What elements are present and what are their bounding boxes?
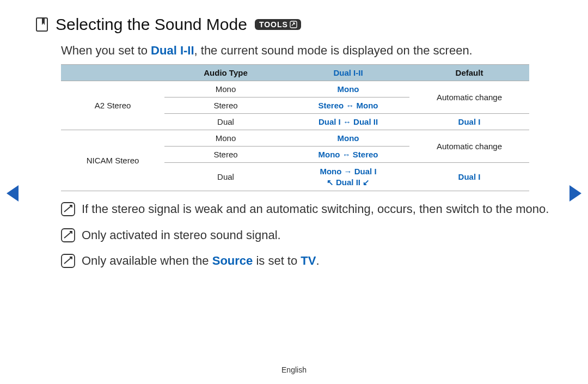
note-icon <box>61 254 75 268</box>
note-bold1: Source <box>212 254 253 267</box>
th-audio-type: Audio Type <box>164 65 287 81</box>
page-heading-row: Selecting the Sound Mode TOOLS <box>36 15 558 34</box>
type-cell: Mono <box>164 81 287 97</box>
note-item: If the stereo signal is weak and an auto… <box>61 201 558 217</box>
dual-line2: ↖ Dual II ↙ <box>327 178 370 187</box>
type-cell: Dual <box>164 163 287 191</box>
note-text: Only available when the Source is set to… <box>82 253 320 269</box>
dual-cell: Mono ↔ Stereo <box>287 147 409 163</box>
note-prefix: Only available when the <box>82 254 212 267</box>
default-cell: Automatic change <box>409 130 529 163</box>
group-cell: A2 Stereo <box>61 81 164 130</box>
note-item: Only available when the Source is set to… <box>61 253 558 269</box>
group-cell: NICAM Stereo <box>61 130 164 191</box>
table-row: A2 Stereo Mono Mono Automatic change <box>61 81 529 97</box>
type-cell: Dual <box>164 114 287 130</box>
note-text: Only activated in stereo sound signal. <box>82 227 281 243</box>
th-group <box>61 65 164 81</box>
note-item: Only activated in stereo sound signal. <box>61 227 558 243</box>
sound-mode-table: Audio Type Dual I-II Default A2 Stereo M… <box>61 64 529 191</box>
default-cell: Dual I <box>409 163 529 191</box>
table-row: NICAM Stereo Mono Mono Automatic change <box>61 130 529 147</box>
svg-rect-0 <box>290 21 297 28</box>
type-cell: Stereo <box>164 147 287 163</box>
intro-prefix: When you set to <box>61 44 151 57</box>
dual-line1: Mono → Dual I <box>320 167 376 176</box>
note-mid: is set to <box>253 254 301 267</box>
note-icon <box>61 228 75 242</box>
nav-prev-arrow[interactable] <box>7 185 19 202</box>
note-text: If the stereo signal is weak and an auto… <box>82 201 549 217</box>
dual-cell: Mono → Dual I ↖ Dual II ↙ <box>287 163 409 191</box>
th-default: Default <box>409 65 529 81</box>
dual-cell: Dual I ↔ Dual II <box>287 114 409 130</box>
note-bold2: TV <box>301 254 316 267</box>
default-cell: Dual I <box>409 114 529 130</box>
type-cell: Stereo <box>164 97 287 114</box>
dual-cell: Mono <box>287 130 409 147</box>
intro-text: When you set to Dual I-II, the current s… <box>61 44 558 58</box>
dual-cell: Mono <box>287 81 409 97</box>
tools-badge-label: TOOLS <box>259 21 288 28</box>
tools-icon <box>290 21 297 28</box>
note-suffix: . <box>316 254 319 267</box>
nav-next-arrow[interactable] <box>569 185 581 202</box>
intro-suffix: , the current sound mode is displayed on… <box>194 44 473 57</box>
default-cell: Automatic change <box>409 81 529 114</box>
note-icon <box>61 202 75 216</box>
bookmark-icon <box>36 17 48 32</box>
type-cell: Mono <box>164 130 287 147</box>
intro-bold: Dual I-II <box>151 44 194 57</box>
dual-cell: Stereo ↔ Mono <box>287 97 409 114</box>
tools-badge: TOOLS <box>255 19 301 30</box>
th-dual: Dual I-II <box>287 65 409 81</box>
footer-language: English <box>0 365 588 374</box>
page-title: Selecting the Sound Mode <box>56 15 247 34</box>
